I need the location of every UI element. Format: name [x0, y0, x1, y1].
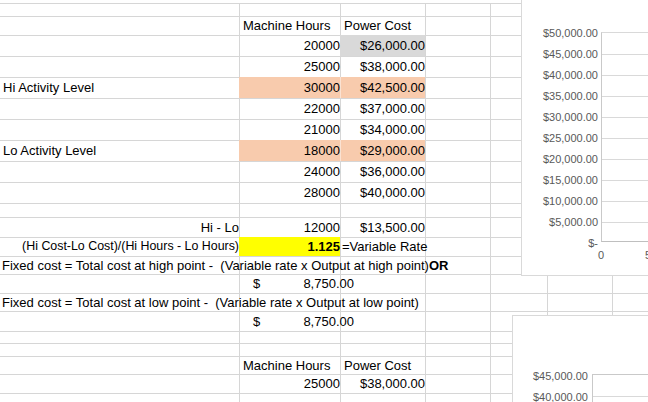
y-axis-tick-label: $5,000.00	[528, 215, 598, 228]
y-axis-tick-label: $40,000.00	[528, 68, 598, 81]
y-axis-tick-label: $35,000.00	[528, 89, 598, 102]
fixed-cost-low-text: Fixed cost = Total cost at low point - (…	[2, 296, 419, 309]
amount: 8,750.00	[303, 277, 354, 290]
fixed-cost-high-formula[interactable]: Fixed cost = Total cost at high point - …	[0, 256, 542, 274]
cost-cell[interactable]: $38,000.00	[340, 374, 431, 393]
y-axis-tick-label: $20,000.00	[528, 152, 598, 165]
hi-lo-hours[interactable]: 12000	[239, 217, 345, 237]
hi-lo-label[interactable]: Hi - Lo	[0, 217, 242, 237]
hours-column-header-2[interactable]: Machine Hours	[239, 356, 344, 374]
currency-symbol: $	[253, 315, 260, 328]
fixed-cost-low-value[interactable]: $8,750.00	[239, 311, 364, 331]
y-axis-tick-label: $45,000.00	[528, 47, 598, 60]
y-axis-tick-label: $45,000.00	[518, 369, 588, 382]
x-axis-tick-label: 5	[643, 248, 648, 261]
cost-cell[interactable]: $26,000.00	[340, 35, 431, 56]
hours-cell[interactable]: 18000	[239, 140, 345, 161]
hours-cell[interactable]: 25000	[239, 56, 345, 77]
cost-cell[interactable]: $40,000.00	[340, 182, 431, 203]
hours-column-header[interactable]: Machine Hours	[239, 16, 344, 35]
plot-area	[601, 32, 648, 242]
x-axis-tick-label: 0	[596, 248, 606, 261]
y-axis-tick-label: $40,000.00	[518, 390, 588, 402]
fixed-cost-low-formula[interactable]: Fixed cost = Total cost at low point - (…	[0, 293, 542, 311]
cost-cell[interactable]: $36,000.00	[340, 161, 431, 182]
fixed-cost-high-value[interactable]: $8,750.00	[239, 274, 364, 293]
hi-activity-label[interactable]: Hi Activity Level	[0, 77, 242, 98]
hours-cell[interactable]: 20000	[239, 35, 345, 56]
hours-cell[interactable]: 21000	[239, 119, 345, 140]
cost-cell[interactable]: $38,000.00	[340, 56, 431, 77]
cost-cell[interactable]: $42,500.00	[340, 77, 431, 98]
cost-column-header-2[interactable]: Power Cost	[340, 356, 429, 374]
variable-rate-value[interactable]: 1.125	[239, 237, 345, 256]
y-axis-tick-label: $15,000.00	[528, 173, 598, 186]
hours-cell[interactable]: 25000	[239, 374, 345, 393]
cost-column-header[interactable]: Power Cost	[340, 16, 429, 35]
currency-symbol: $	[253, 277, 260, 290]
scatter-chart-top[interactable]: $50,000.00 $45,000.00 $40,000.00 $35,000…	[521, 0, 648, 276]
hours-cell[interactable]: 30000	[239, 77, 345, 98]
hours-cell[interactable]: 22000	[239, 98, 345, 119]
y-axis-tick-label: $30,000.00	[528, 110, 598, 123]
fixed-cost-high-text: Fixed cost = Total cost at high point - …	[2, 259, 429, 272]
scatter-chart-bottom[interactable]: $45,000.00 $40,000.00	[512, 315, 648, 402]
y-axis-tick-label: $-	[528, 236, 598, 249]
cost-cell[interactable]: $34,000.00	[340, 119, 431, 140]
hi-lo-cost[interactable]: $13,500.00	[340, 217, 431, 237]
plot-area	[592, 374, 648, 402]
excel-spreadsheet: Machine Hours Power Cost 20000 $26,000.0…	[0, 0, 648, 402]
cost-cell[interactable]: $29,000.00	[340, 140, 431, 161]
lo-activity-label[interactable]: Lo Activity Level	[0, 140, 242, 161]
y-axis-tick-label: $25,000.00	[528, 131, 598, 144]
y-axis-tick-label: $50,000.00	[528, 26, 598, 39]
y-axis-tick-label: $10,000.00	[528, 194, 598, 207]
variable-rate-formula[interactable]: (Hi Cost-Lo Cost)/(Hi Hours - Lo Hours)	[0, 237, 242, 256]
cost-cell[interactable]: $37,000.00	[340, 98, 431, 119]
hours-cell[interactable]: 24000	[239, 161, 345, 182]
hours-cell[interactable]: 28000	[239, 182, 345, 203]
amount: 8,750.00	[303, 315, 354, 328]
variable-rate-result[interactable]: =Variable Rate	[340, 237, 457, 256]
or-suffix: OR	[429, 259, 449, 272]
